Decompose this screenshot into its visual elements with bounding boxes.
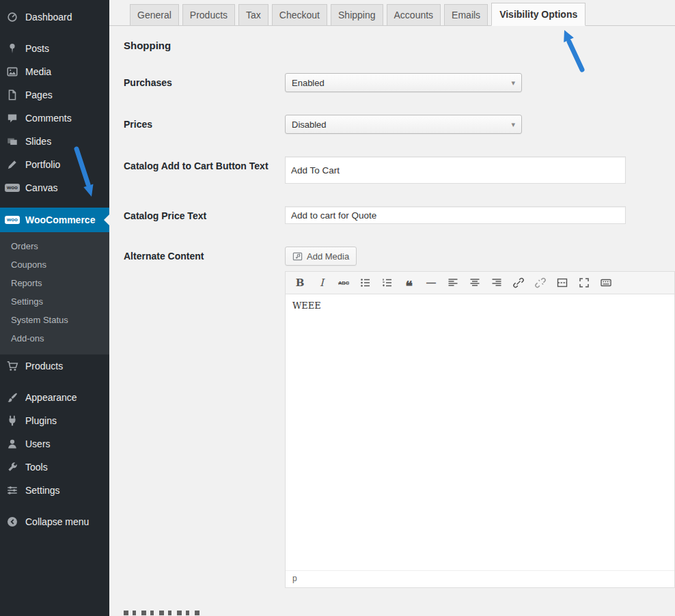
main-content: General Products Tax Checkout Shipping A… [109, 0, 675, 616]
bullet-list-button[interactable] [357, 275, 374, 291]
kitchen-sink-button[interactable] [597, 275, 615, 291]
rich-text-editor: B I ABC ❝ — [285, 271, 675, 588]
purchases-label: Purchases [124, 73, 285, 90]
sidebar-separator [0, 29, 109, 37]
align-center-button[interactable] [466, 275, 484, 291]
sidebar-item-label: WooCommerce [25, 214, 95, 225]
unlink-button[interactable] [532, 275, 549, 291]
tab-general[interactable]: General [130, 4, 179, 25]
tab-emails[interactable]: Emails [444, 4, 488, 25]
sidebar-item-plugins[interactable]: Plugins [0, 409, 109, 432]
submenu-item-orders[interactable]: Orders [0, 237, 109, 255]
more-tag-button[interactable] [553, 275, 571, 291]
submenu-item-system-status[interactable]: System Status [0, 311, 109, 329]
plugins-plug-icon [5, 415, 19, 427]
add-media-label: Add Media [307, 251, 349, 262]
tab-tax[interactable]: Tax [238, 4, 268, 25]
sidebar-item-label: Users [25, 438, 51, 449]
sidebar-item-comments[interactable]: Comments [0, 107, 109, 130]
bold-button[interactable]: B [291, 275, 309, 291]
sidebar-item-woocommerce[interactable]: woo WooCommerce [0, 208, 109, 232]
woocommerce-submenu: Orders Coupons Reports Settings System S… [0, 232, 109, 354]
sidebar-item-label: Appearance [25, 392, 77, 403]
posts-icon [5, 42, 19, 55]
sidebar-item-media[interactable]: Media [0, 60, 109, 83]
tab-shipping[interactable]: Shipping [331, 4, 383, 25]
form-row-catalog-price-text: Catalog Price Text [124, 206, 675, 224]
catalog-button-text-label: Catalog Add to Cart Button Text [124, 156, 285, 173]
sidebar-item-label: Collapse menu [25, 516, 89, 527]
page-title: Shopping [109, 26, 675, 51]
sidebar-item-label: Plugins [25, 415, 57, 426]
prices-select[interactable]: Disabled ▾ [285, 115, 522, 134]
sidebar-separator [0, 502, 109, 510]
blockquote-button[interactable]: ❝ [400, 275, 418, 291]
submenu-item-coupons[interactable]: Coupons [0, 255, 109, 274]
catalog-button-text-input[interactable] [285, 156, 626, 184]
slides-icon [5, 135, 19, 148]
strikethrough-button[interactable]: ABC [335, 275, 353, 291]
catalog-price-text-input[interactable] [285, 206, 626, 224]
users-person-icon [5, 438, 19, 450]
editor-path: p [286, 570, 674, 587]
tab-products[interactable]: Products [182, 4, 235, 25]
purchases-select[interactable]: Enabled ▾ [285, 73, 522, 92]
sidebar-item-collapse-menu[interactable]: Collapse menu [0, 510, 109, 533]
sidebar-item-dashboard[interactable]: Dashboard [0, 5, 109, 29]
sidebar-item-products[interactable]: Products [0, 354, 109, 378]
form-row-catalog-button-text: Catalog Add to Cart Button Text [124, 156, 675, 184]
purchases-select-value: Enabled [292, 78, 325, 88]
sidebar-item-canvas[interactable]: woo Canvas [0, 176, 109, 199]
submenu-item-settings[interactable]: Settings [0, 292, 109, 311]
sidebar-item-appearance[interactable]: Appearance [0, 386, 109, 409]
chevron-down-icon: ▾ [511, 120, 515, 129]
align-right-button[interactable] [488, 275, 506, 291]
editor-content[interactable]: WEEE [286, 294, 674, 570]
submenu-item-reports[interactable]: Reports [0, 274, 109, 292]
tab-checkout[interactable]: Checkout [272, 4, 327, 25]
align-left-button[interactable] [444, 275, 462, 291]
tab-visibility-options[interactable]: Visibility Options [491, 3, 586, 26]
form-row-prices: Prices Disabled ▾ [124, 115, 675, 134]
canvas-woo-icon: woo [5, 184, 19, 192]
sidebar-item-label: Dashboard [25, 12, 72, 23]
sidebar-item-settings[interactable]: Settings [0, 479, 109, 502]
sidebar-item-posts[interactable]: Posts [0, 37, 109, 60]
prices-label: Prices [124, 115, 285, 132]
dashboard-icon [5, 11, 19, 23]
sidebar-item-label: Comments [25, 113, 72, 124]
ordered-list-button[interactable] [378, 275, 396, 291]
sidebar-item-slides[interactable]: Slides [0, 130, 109, 153]
media-icon [5, 66, 19, 78]
sidebar-item-label: Portfolio [25, 159, 60, 170]
sidebar-item-users[interactable]: Users [0, 432, 109, 456]
sidebar-item-label: Pages [25, 89, 53, 100]
sidebar-separator [0, 378, 109, 386]
sidebar-item-portfolio[interactable]: Portfolio [0, 153, 109, 176]
woo-badge: woo [5, 216, 20, 224]
fullscreen-button[interactable] [575, 275, 593, 291]
editor-toolbar: B I ABC ❝ — [286, 272, 674, 294]
alternate-content-label: Alternate Content [124, 247, 285, 264]
link-button[interactable] [510, 275, 527, 291]
submenu-item-add-ons[interactable]: Add-ons [0, 329, 109, 348]
horizontal-rule-button[interactable]: — [422, 275, 440, 291]
products-cart-icon [5, 360, 19, 372]
sidebar-item-pages[interactable]: Pages [0, 83, 109, 107]
settings-form: Purchases Enabled ▾ Prices Disabled ▾ Ca… [109, 73, 675, 588]
clipped-bottom-content [124, 611, 200, 615]
sidebar-item-label: Posts [25, 43, 49, 54]
woocommerce-icon: woo [5, 216, 19, 224]
woo-badge: woo [5, 184, 20, 192]
add-media-button[interactable]: Add Media [285, 247, 357, 266]
settings-sliders-icon [5, 484, 19, 496]
form-row-alternate-content: Alternate Content Add Media B I ABC [124, 247, 675, 588]
chevron-down-icon: ▾ [511, 79, 515, 87]
appearance-brush-icon [5, 391, 19, 404]
settings-tabbar: General Products Tax Checkout Shipping A… [109, 0, 675, 26]
tab-accounts[interactable]: Accounts [387, 4, 441, 25]
italic-button[interactable]: I [313, 275, 331, 291]
portfolio-icon [5, 158, 19, 171]
sidebar-item-tools[interactable]: Tools [0, 456, 109, 479]
sidebar-item-label: Canvas [25, 182, 57, 193]
